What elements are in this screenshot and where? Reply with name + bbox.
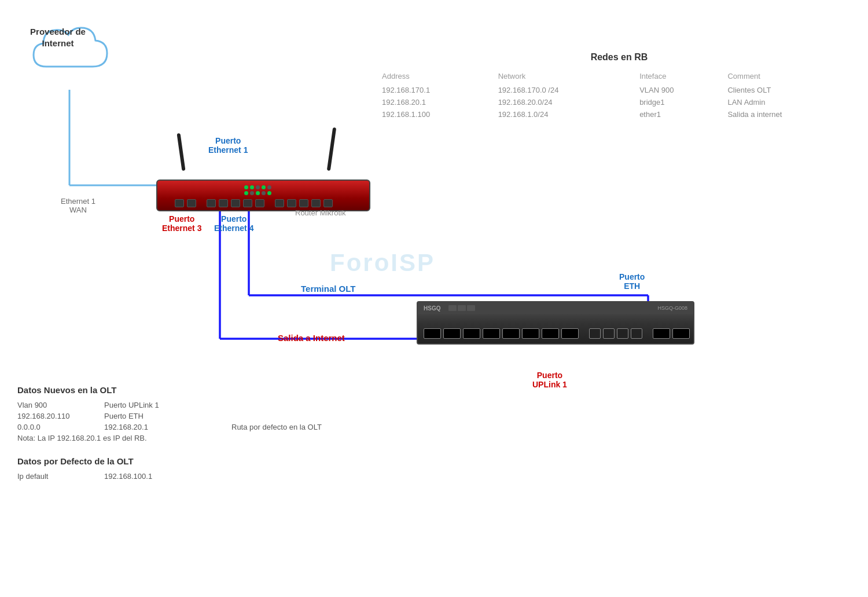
- label-salida-internet: Salida a Internet: [278, 333, 345, 343]
- led-4: [262, 185, 266, 189]
- bottom-row-1-col3: [231, 401, 422, 409]
- wan-label: Ethernet 1 WAN: [61, 197, 95, 214]
- olt-sfp-3: [463, 328, 480, 339]
- table-title: Redes en RB: [382, 52, 856, 63]
- port-1: [175, 199, 184, 207]
- default-col1: Ip default: [17, 472, 93, 481]
- olt-eth-4: [631, 328, 642, 339]
- bottom-row-3: 0.0.0.0 192.168.20.1 Ruta por defecto en…: [17, 423, 422, 431]
- bottom-row-2-col2: Puerto ETH: [104, 412, 220, 420]
- table-row: 192.168.1.100192.168.1.0/24ether1Salida …: [382, 108, 856, 120]
- port-4: [219, 199, 228, 207]
- bottom-row-1-col2: Puerto UPLink 1: [104, 401, 220, 409]
- table-cell-1-0: 192.168.20.1: [382, 96, 498, 108]
- olt-device: HSGQ HSGQ-G008: [417, 301, 694, 353]
- olt-sfp-2: [443, 328, 461, 339]
- antenna-right: [327, 127, 336, 171]
- port-3: [207, 199, 216, 207]
- label-terminal-olt: Terminal OLT: [301, 284, 355, 294]
- section1-title: Datos Nuevos en la OLT: [17, 385, 422, 395]
- led-3: [256, 185, 260, 189]
- col-comment: Comment: [727, 71, 856, 84]
- port-5: [231, 199, 240, 207]
- table-cell-0-1: 192.168.170.0 /24: [498, 84, 640, 96]
- col-network: Network: [498, 71, 640, 84]
- router-ports: [175, 199, 333, 207]
- led-7: [250, 191, 254, 195]
- led-9: [262, 191, 266, 195]
- port-11: [311, 199, 321, 207]
- port-10: [299, 199, 308, 207]
- bottom-row-2-col1: 192.168.20.110: [17, 412, 93, 420]
- label-ethernet-4: Puerto Ethernet 4: [214, 214, 253, 233]
- router-body: [156, 180, 370, 211]
- antenna-left: [177, 133, 186, 171]
- default-col2: 192.168.100.1: [104, 472, 220, 481]
- olt-uplink-2: [672, 328, 690, 339]
- bottom-row-3-col1: 0.0.0.0: [17, 423, 93, 431]
- olt-port-row: [424, 328, 694, 339]
- bottom-row-1-col1: Vlan 900: [17, 401, 93, 409]
- table-cell-2-1: 192.168.1.0/24: [498, 108, 640, 120]
- olt-sfp-8: [561, 328, 579, 339]
- bottom-row-3-col3: Ruta por defecto en la OLT: [231, 423, 422, 431]
- bottom-info: Datos Nuevos en la OLT Vlan 900 Puerto U…: [17, 385, 422, 481]
- table-cell-0-3: Clientes OLT: [727, 84, 856, 96]
- olt-uplink-1: [653, 328, 670, 339]
- led-8: [256, 191, 260, 195]
- label-ethernet-3: Puerto Ethernet 3: [162, 214, 201, 233]
- data-table: Address Network Inteface Comment 192.168…: [382, 71, 856, 120]
- bottom-row-2-col3: [231, 412, 422, 420]
- bottom-row-2: 192.168.20.110 Puerto ETH: [17, 412, 422, 420]
- olt-sfp-5: [502, 328, 520, 339]
- port-7: [255, 199, 264, 207]
- olt-body: HSGQ HSGQ-G008: [417, 301, 694, 345]
- router-label: Router Mikrotik: [295, 208, 345, 217]
- port-8: [275, 199, 284, 207]
- col-address: Address: [382, 71, 498, 84]
- port-2: [187, 199, 196, 207]
- olt-sfp-1: [424, 328, 441, 339]
- table-header-row: Address Network Inteface Comment: [382, 71, 856, 84]
- port-12: [323, 199, 333, 207]
- led-5: [267, 185, 271, 189]
- table-cell-1-3: LAN Admin: [727, 96, 856, 108]
- cloud-label: Proveedor de Internet: [29, 26, 87, 49]
- table-cell-2-3: Salida a internet: [727, 108, 856, 120]
- olt-eth-3: [617, 328, 628, 339]
- port-9: [287, 199, 296, 207]
- olt-eth-1: [589, 328, 601, 339]
- col-interface: Inteface: [639, 71, 727, 84]
- diagram-container: Proveedor de Internet Ethernet 1 WAN Pue…: [0, 0, 868, 597]
- table-row: 192.168.20.1192.168.20.0/24bridge1LAN Ad…: [382, 96, 856, 108]
- router-device: [156, 168, 376, 214]
- olt-eth-2: [603, 328, 615, 339]
- section2-title: Datos por Defecto de la OLT: [17, 456, 422, 466]
- label-olt-uplink: Puerto UPLink 1: [532, 371, 567, 389]
- label-ethernet-1: Puerto Ethernet 1: [208, 136, 248, 155]
- table-body: 192.168.170.1192.168.170.0 /24VLAN 900Cl…: [382, 84, 856, 120]
- led-6: [244, 191, 248, 195]
- led-group: [244, 185, 272, 196]
- table-cell-2-2: ether1: [639, 108, 727, 120]
- watermark: ForoISP: [330, 249, 435, 277]
- olt-sfp-4: [483, 328, 500, 339]
- default-row-1: Ip default 192.168.100.1: [17, 472, 422, 481]
- table-cell-0-2: VLAN 900: [639, 84, 727, 96]
- led-2: [250, 185, 254, 189]
- led-1: [244, 185, 248, 189]
- table-cell-1-1: 192.168.20.0/24: [498, 96, 640, 108]
- port-6: [243, 199, 252, 207]
- table-cell-1-2: bridge1: [639, 96, 727, 108]
- bottom-row-3-col2: 192.168.20.1: [104, 423, 220, 431]
- label-olt-eth: Puerto ETH: [619, 272, 645, 291]
- bottom-row-1: Vlan 900 Puerto UPLink 1: [17, 401, 422, 409]
- table-cell-2-0: 192.168.1.100: [382, 108, 498, 120]
- table-cell-0-0: 192.168.170.1: [382, 84, 498, 96]
- olt-sfp-7: [542, 328, 559, 339]
- led-10: [267, 191, 271, 195]
- table-section: Redes en RB Address Network Inteface Com…: [382, 52, 856, 120]
- olt-top-strip: HSGQ HSGQ-G008: [418, 302, 693, 314]
- olt-sfp-6: [522, 328, 539, 339]
- bottom-note: Nota: La IP 192.168.20.1 es IP del RB.: [17, 434, 422, 442]
